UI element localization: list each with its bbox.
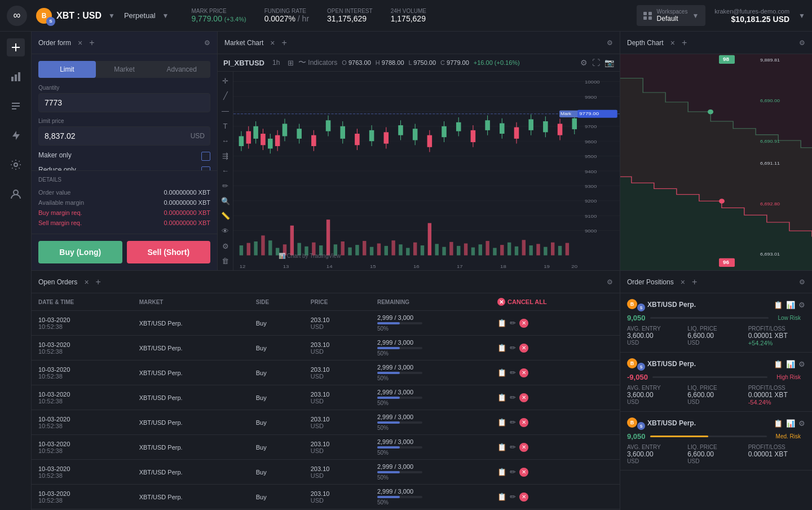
sidebar-icon-chart[interactable] <box>7 68 25 86</box>
order-cancel-button[interactable]: ✕ <box>519 393 528 402</box>
order-copy-button[interactable]: 📋 <box>497 344 506 352</box>
sidebar-icon-lightning[interactable] <box>7 126 25 144</box>
position-settings-icon[interactable]: ⚙ <box>798 419 805 428</box>
chart-tool-ruler[interactable]: 📏 <box>220 211 231 221</box>
order-copy-button[interactable]: 📋 <box>497 368 506 377</box>
chart-tool-line[interactable]: ╱ <box>220 91 231 101</box>
chart-tool-measure[interactable]: ↔ <box>220 136 231 146</box>
order-copy-button[interactable]: 📋 <box>497 319 506 327</box>
depth-chart-settings-button[interactable]: ⚙ <box>799 39 805 47</box>
positions-settings-button[interactable]: ⚙ <box>799 278 805 286</box>
svg-rect-17 <box>240 245 243 256</box>
pair-type-dropdown-chevron[interactable]: ▼ <box>162 12 169 20</box>
depth-chart-close-button[interactable]: × <box>670 38 675 47</box>
position-copy-icon[interactable]: 📋 <box>774 301 783 309</box>
order-cancel-button[interactable]: ✕ <box>519 443 528 452</box>
limit-price-group: Limit price USD <box>38 118 210 146</box>
order-edit-button[interactable]: ✏ <box>510 368 516 377</box>
indicators-button[interactable]: 〜 Indicators <box>298 58 337 68</box>
account-dropdown-chevron[interactable]: ▼ <box>798 12 805 20</box>
position-copy-icon[interactable]: 📋 <box>774 419 783 428</box>
position-chart-icon[interactable]: 📊 <box>786 419 795 428</box>
chart-tool-trash[interactable]: 🗑 <box>220 256 231 266</box>
sidebar-icon-orders[interactable] <box>7 97 25 115</box>
chart-tool-settings2[interactable]: ⚙ <box>220 241 231 251</box>
open-orders-settings-button[interactable]: ⚙ <box>607 278 613 286</box>
chart-tool-cursor[interactable]: ✛ <box>220 76 231 86</box>
maker-only-checkbox[interactable] <box>201 152 210 161</box>
order-copy-button[interactable]: 📋 <box>497 443 506 451</box>
order-form-close-button[interactable]: × <box>78 38 82 47</box>
chart-type-selector[interactable]: ⊞ <box>288 59 294 67</box>
quantity-input[interactable] <box>38 93 210 112</box>
order-cancel-button[interactable]: ✕ <box>519 468 528 477</box>
chart-tool-text[interactable]: T <box>220 121 231 131</box>
positions-add-button[interactable]: + <box>692 277 697 287</box>
tab-market[interactable]: Market <box>96 61 153 78</box>
open-orders-panel: Open Orders × + ⚙ DATE & TIME MARKET SID… <box>32 271 620 510</box>
order-cancel-button[interactable]: ✕ <box>519 418 528 427</box>
chart-tool-pencil[interactable]: ✏ <box>220 181 231 191</box>
sell-short-button[interactable]: Sell (Short) <box>127 241 211 263</box>
chart-panel-add-button[interactable]: + <box>282 38 287 48</box>
position-details: AVG. ENTRY 3,600.00 USD LIQ. PRICE 6,600… <box>627 326 805 346</box>
svg-rect-21 <box>268 240 272 255</box>
positions-close-button[interactable]: × <box>681 278 685 287</box>
account-info[interactable]: kraken@futures-demo.com $10,181.25 USD <box>714 8 789 24</box>
chart-tool-horizontal[interactable]: — <box>220 106 231 116</box>
chart-tool-fib[interactable]: ⇶ <box>220 151 231 161</box>
order-copy-button[interactable]: 📋 <box>497 393 506 402</box>
depth-chart-add-button[interactable]: + <box>682 38 687 48</box>
order-cancel-button[interactable]: ✕ <box>519 344 528 353</box>
order-cancel-button[interactable]: ✕ <box>519 493 528 502</box>
open-orders-add-button[interactable]: + <box>96 277 101 287</box>
order-cancel-button[interactable]: ✕ <box>519 368 528 377</box>
pair-type[interactable]: Perpetual <box>124 11 156 20</box>
position-settings-icon[interactable]: ⚙ <box>798 360 805 368</box>
buy-long-button[interactable]: Buy (Long) <box>38 241 122 263</box>
workspace-selector[interactable]: Workspaces Default ▼ <box>637 5 706 26</box>
chart-fullscreen-icon[interactable]: ⛶ <box>592 58 600 67</box>
logo-icon[interactable]: ∞ <box>7 6 27 26</box>
open-orders-close-button[interactable]: × <box>84 278 89 287</box>
chart-tool-eye[interactable]: 👁 <box>220 226 231 236</box>
limit-price-input[interactable] <box>38 126 210 146</box>
order-form-settings-button[interactable]: ⚙ <box>204 39 210 47</box>
order-edit-button[interactable]: ✏ <box>510 344 516 352</box>
order-edit-button[interactable]: ✏ <box>510 493 516 501</box>
tab-limit[interactable]: Limit <box>38 61 96 78</box>
position-chart-icon[interactable]: 📊 <box>786 301 795 309</box>
position-copy-icon[interactable]: 📋 <box>774 360 783 368</box>
position-settings-icon[interactable]: ⚙ <box>798 301 805 309</box>
chart-panel-close-button[interactable]: × <box>270 38 275 47</box>
chart-panel-settings-button[interactable]: ⚙ <box>607 39 613 47</box>
order-copy-button[interactable]: 📋 <box>497 468 506 476</box>
order-positions-panel: Order Positions × + ⚙ B S XBT/USD Perp. … <box>620 271 812 510</box>
order-edit-button[interactable]: ✏ <box>510 418 516 427</box>
cancel-all-button[interactable]: ✕ Cancel all <box>497 298 613 306</box>
order-edit-button[interactable]: ✏ <box>510 443 516 451</box>
order-form-add-button[interactable]: + <box>89 38 94 48</box>
position-chart-icon[interactable]: 📊 <box>786 360 795 368</box>
pair-name[interactable]: XBT : USD <box>56 11 102 21</box>
chart-timeframe-1h[interactable]: 1h <box>269 58 283 68</box>
svg-rect-60 <box>551 243 554 256</box>
ohlc-low: L 9750.00 <box>409 59 436 66</box>
chart-tool-zoom[interactable]: 🔍 <box>220 196 231 206</box>
order-cancel-button[interactable]: ✕ <box>519 319 528 328</box>
pair-dropdown-chevron[interactable]: ▼ <box>108 12 115 20</box>
reduce-only-checkbox[interactable] <box>201 166 210 170</box>
sidebar-icon-settings[interactable] <box>7 156 25 174</box>
chart-settings-icon[interactable]: ⚙ <box>580 58 588 67</box>
order-copy-button[interactable]: 📋 <box>497 493 506 501</box>
sidebar-icon-user[interactable] <box>7 185 25 203</box>
order-edit-button[interactable]: ✏ <box>510 468 516 476</box>
order-copy-button[interactable]: 📋 <box>497 418 506 427</box>
chart-tool-arrow-back[interactable]: ← <box>220 166 231 176</box>
order-edit-button[interactable]: ✏ <box>510 319 516 327</box>
order-price: 203.10 USD <box>304 410 370 435</box>
chart-snapshot-icon[interactable]: 📷 <box>604 58 614 67</box>
order-edit-button[interactable]: ✏ <box>510 393 516 402</box>
tab-advanced[interactable]: Advanced <box>153 61 210 78</box>
sidebar-icon-trade[interactable] <box>7 38 25 56</box>
